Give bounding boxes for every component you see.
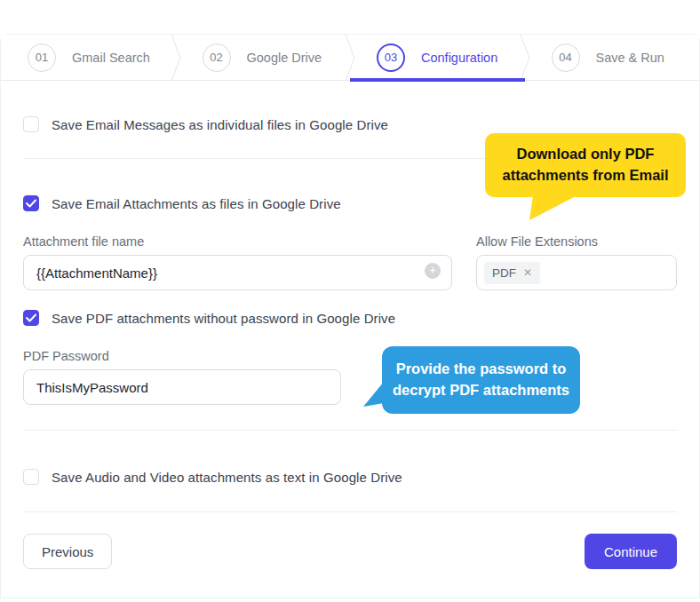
save-pdf-without-password-checkbox[interactable] — [23, 310, 39, 326]
pdf-password-label: PDF Password — [23, 349, 341, 363]
attachment-file-name-label: Attachment file name — [23, 234, 452, 249]
check-icon — [26, 199, 36, 208]
allow-file-extensions-field: Allow File Extensions PDF ✕ — [476, 234, 677, 290]
save-audio-video-row: Save Audio and Video attachments as text… — [23, 469, 677, 485]
extension-tag-label: PDF — [492, 266, 516, 280]
attachment-settings-row: Attachment file name + Allow File Extens… — [23, 234, 677, 290]
attachment-file-name-input[interactable] — [23, 255, 452, 290]
step-number-badge: 02 — [203, 44, 231, 72]
section-divider — [23, 511, 677, 512]
step-bar: 01 Gmail Search 02 Google Drive 03 Confi… — [1, 35, 699, 81]
save-audio-video-label: Save Audio and Video attachments as text… — [52, 470, 402, 485]
tooltip-tail — [363, 382, 385, 408]
step-label: Gmail Search — [72, 51, 150, 65]
step-number-badge: 04 — [552, 44, 580, 72]
wizard-navigation: Previous Continue — [23, 534, 677, 569]
step-configuration[interactable]: 03 Configuration — [350, 35, 525, 80]
step-number-badge: 01 — [28, 44, 56, 72]
tooltip-text: Download only PDF attachments from Email — [485, 133, 686, 197]
attachment-file-name-field: Attachment file name + — [23, 234, 452, 290]
save-pdf-without-password-row: Save PDF attachments without password in… — [23, 310, 677, 326]
extension-tag-pdf: PDF ✕ — [484, 262, 540, 284]
step-save-and-run[interactable]: 04 Save & Run — [525, 35, 700, 80]
pdf-password-tooltip: Provide the password to decrypt PDF atta… — [382, 346, 580, 414]
step-label: Save & Run — [596, 51, 664, 65]
step-number-badge: 03 — [377, 44, 405, 72]
save-email-messages-checkbox[interactable] — [23, 116, 39, 132]
check-icon — [26, 313, 36, 322]
save-email-attachments-checkbox[interactable] — [23, 195, 39, 211]
step-gmail-search[interactable]: 01 Gmail Search — [1, 35, 176, 80]
tooltip-tail — [522, 195, 579, 222]
step-label: Configuration — [421, 51, 497, 65]
allow-file-extensions-input[interactable]: PDF ✕ — [476, 255, 677, 290]
add-variable-icon[interactable]: + — [425, 263, 441, 279]
remove-tag-icon[interactable]: ✕ — [523, 266, 532, 279]
section-divider — [23, 430, 677, 431]
continue-button[interactable]: Continue — [585, 534, 677, 569]
step-separator-chevron-icon — [171, 35, 181, 81]
previous-button[interactable]: Previous — [23, 534, 112, 569]
save-audio-video-checkbox[interactable] — [23, 469, 39, 485]
step-google-drive[interactable]: 02 Google Drive — [176, 35, 351, 80]
tooltip-text: Provide the password to decrypt PDF atta… — [382, 346, 580, 414]
save-email-attachments-label: Save Email Attachments as files in Googl… — [52, 196, 341, 211]
save-email-messages-label: Save Email Messages as individual files … — [52, 117, 388, 132]
step-label: Google Drive — [247, 51, 322, 65]
pdf-attachments-tooltip: Download only PDF attachments from Email — [485, 133, 686, 197]
pdf-password-field: PDF Password — [23, 349, 341, 405]
step-separator-chevron-icon — [520, 35, 530, 81]
save-email-messages-row: Save Email Messages as individual files … — [23, 116, 677, 132]
save-pdf-without-password-label: Save PDF attachments without password in… — [52, 311, 395, 326]
step-separator-chevron-icon — [345, 35, 355, 81]
configuration-card: 01 Gmail Search 02 Google Drive 03 Confi… — [0, 34, 700, 598]
pdf-password-input[interactable] — [23, 369, 341, 405]
allow-file-extensions-label: Allow File Extensions — [476, 234, 677, 249]
